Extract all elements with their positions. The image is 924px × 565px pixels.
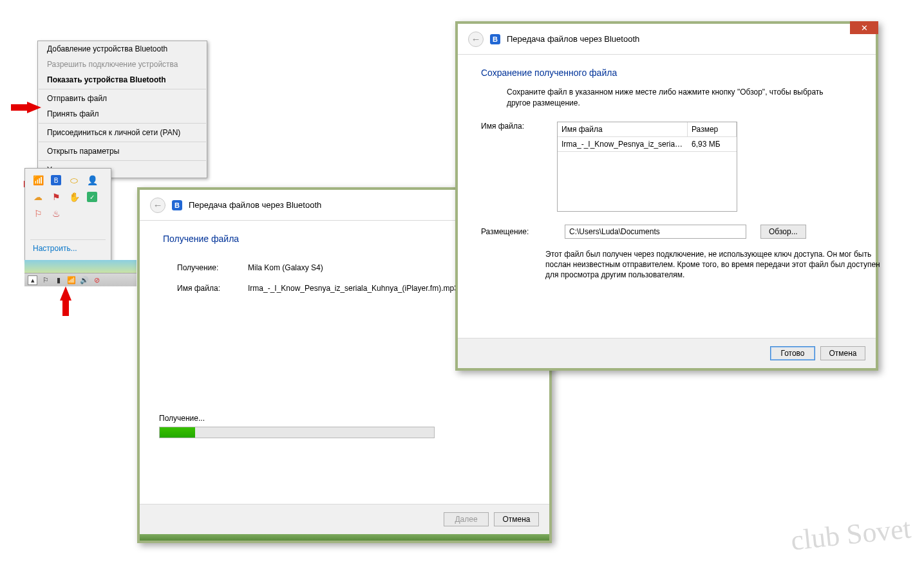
bluetooth-icon[interactable]: B — [51, 175, 61, 185]
user-icon[interactable]: 👤 — [87, 175, 97, 185]
action-center-icon[interactable]: ⚐ — [41, 275, 50, 285]
bluetooth-icon: B — [172, 200, 182, 210]
tray-expand-icon[interactable]: ▴ — [28, 275, 37, 285]
menu-separator — [39, 142, 206, 142]
from-label: Получение: — [177, 263, 248, 272]
menu-item-show-devices[interactable]: Показать устройства Bluetooth — [38, 72, 207, 88]
menu-item-add-device[interactable]: Добавление устройства Bluetooth — [38, 41, 207, 57]
shield-icon[interactable]: ⬭ — [69, 175, 79, 185]
table-row[interactable]: Irma_-_I_Know_Pesnya_iz_seriala_K... 6,9… — [558, 137, 737, 152]
battery-icon[interactable]: ▮ — [53, 275, 63, 285]
location-input[interactable] — [565, 225, 746, 239]
dialog-title: Передача файлов через Bluetooth — [507, 34, 639, 44]
annotation-arrow-icon — [60, 286, 71, 301]
wifi-icon[interactable]: 📶 — [33, 175, 43, 185]
menu-item-allow-connection: Разрешить подключение устройства — [38, 57, 207, 72]
close-button[interactable]: ✕ — [850, 21, 878, 34]
browse-button[interactable]: Обзор... — [760, 225, 806, 239]
menu-separator — [39, 89, 206, 89]
blocked-icon[interactable]: ⊘ — [92, 275, 102, 285]
taskbar: ▴ ⚐ ▮ 📶 🔊 ⊘ — [24, 273, 137, 286]
java-icon[interactable]: ♨ — [51, 208, 61, 219]
hint-text: Сохраните файл в указанном ниже месте ли… — [507, 87, 842, 109]
security-icon[interactable]: ✓ — [87, 192, 97, 202]
cell-filesize: 6,93 МБ — [688, 137, 737, 151]
progress-fill — [160, 427, 195, 438]
filename-label: Имя файла: — [481, 122, 551, 131]
col-size-header[interactable]: Размер — [688, 122, 737, 136]
warning-text: Этот файл был получен через подключение,… — [545, 249, 887, 281]
menu-separator — [39, 123, 206, 124]
col-name-header[interactable]: Имя файла — [558, 122, 688, 136]
back-button[interactable]: ← — [468, 32, 484, 47]
bluetooth-save-dialog: ✕ ← B Передача файлов через Bluetooth Со… — [455, 21, 878, 371]
flag-icon[interactable]: ⚐ — [33, 208, 43, 219]
done-button[interactable]: Готово — [770, 346, 815, 360]
cloud-icon[interactable]: ☁ — [33, 192, 43, 202]
cancel-button[interactable]: Отмена — [494, 512, 539, 526]
section-heading: Сохранение полученного файла — [481, 68, 853, 78]
system-tray-overflow: 📶 B ⬭ 👤 ☁ ⚑ ✋ ✓ ⚐ ♨ Настроить... — [24, 168, 111, 261]
desktop-wallpaper-strip — [140, 534, 549, 541]
watermark: club Sovet — [789, 512, 912, 557]
next-button: Далее — [444, 512, 489, 526]
filename-label: Имя файла: — [177, 284, 248, 293]
pointer-icon[interactable]: ✋ — [69, 192, 79, 202]
dialog-title: Передача файлов через Bluetooth — [189, 200, 321, 210]
menu-item-join-pan[interactable]: Присоединиться к личной сети (PAN) — [38, 125, 207, 140]
location-label: Размещение: — [481, 227, 551, 236]
dialog-footer: Далее Отмена — [140, 504, 549, 534]
dialog-footer: Готово Отмена — [458, 338, 876, 368]
filename-value: Irma_-_I_Know_Pesnya_iz_seriala_Kuhnya_(… — [248, 284, 458, 293]
file-table: Имя файла Размер Irma_-_I_Know_Pesnya_iz… — [557, 122, 737, 212]
from-value: Mila Kom (Galaxy S4) — [248, 263, 323, 272]
dialog-titlebar: ← B Передача файлов через Bluetooth — [458, 24, 876, 55]
back-button[interactable]: ← — [150, 198, 165, 213]
progress-label: Получение... — [159, 414, 435, 423]
bluetooth-context-menu: Добавление устройства Bluetooth Разрешит… — [37, 41, 207, 178]
volume-icon[interactable]: 🔊 — [79, 275, 89, 285]
menu-item-open-settings[interactable]: Открыть параметры — [38, 144, 207, 159]
tray-configure-link[interactable]: Настроить... — [30, 239, 106, 255]
bluetooth-icon: B — [490, 34, 500, 44]
menu-separator — [39, 160, 206, 161]
cell-filename: Irma_-_I_Know_Pesnya_iz_seriala_K... — [558, 137, 688, 151]
cancel-button[interactable]: Отмена — [820, 346, 865, 360]
signal-icon[interactable]: 📶 — [66, 275, 76, 285]
annotation-arrow-icon — [27, 102, 41, 113]
menu-item-receive-file[interactable]: Принять файл — [38, 106, 207, 122]
menu-item-send-file[interactable]: Отправить файл — [38, 91, 207, 106]
desktop-wallpaper-strip — [24, 260, 137, 273]
progress-bar — [159, 427, 435, 438]
antivirus-icon[interactable]: ⚑ — [51, 192, 61, 202]
